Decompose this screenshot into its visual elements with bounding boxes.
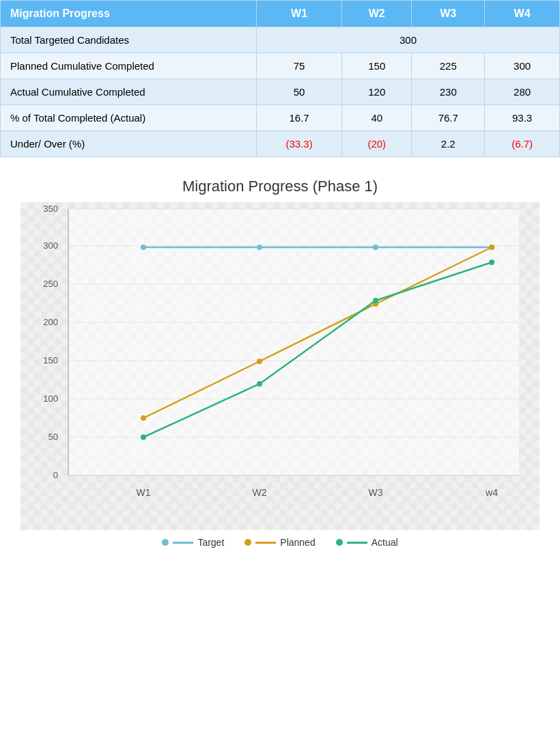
chart-title: Migration Progress (Phase 1) xyxy=(0,157,560,202)
legend-planned: Planned xyxy=(244,537,315,548)
table-row: Under/ Over (%)(33.3)(20)2.2(6.7) xyxy=(1,131,560,157)
svg-point-32 xyxy=(257,359,262,364)
col-header-w3: W3 xyxy=(412,1,485,27)
svg-point-34 xyxy=(489,245,494,250)
svg-text:150: 150 xyxy=(43,355,58,365)
svg-text:350: 350 xyxy=(43,204,58,214)
table-row: Planned Cumulative Completed75150225300 xyxy=(1,53,560,79)
chart-wrapper: Migration Progress (Phase 1) 0 50 10 xyxy=(0,157,560,575)
table-row: Actual Cumulative Completed50120230280 xyxy=(1,79,560,105)
legend-planned-line xyxy=(255,542,276,544)
legend-actual: Actual xyxy=(336,537,398,548)
row-cell: 75 xyxy=(257,53,342,79)
svg-text:W2: W2 xyxy=(253,487,267,498)
row-cell: (20) xyxy=(342,131,412,157)
svg-text:W3: W3 xyxy=(369,487,383,498)
row-cell: 40 xyxy=(342,105,412,131)
row-cell: 16.7 xyxy=(257,105,342,131)
svg-text:250: 250 xyxy=(43,279,58,289)
svg-text:300: 300 xyxy=(43,240,58,251)
svg-point-37 xyxy=(373,298,378,303)
legend-actual-label: Actual xyxy=(372,537,398,548)
col-header-w2: W2 xyxy=(342,1,412,27)
col-header-w4: W4 xyxy=(485,1,560,27)
table-row: Total Targeted Candidates300 xyxy=(1,27,560,53)
row-label: Planned Cumulative Completed xyxy=(1,53,257,79)
row-label: % of Total Completed (Actual) xyxy=(1,105,257,131)
svg-text:50: 50 xyxy=(48,432,58,442)
svg-text:W1: W1 xyxy=(137,487,151,498)
svg-text:200: 200 xyxy=(43,317,58,327)
row-label: Actual Cumulative Completed xyxy=(1,79,257,105)
svg-point-27 xyxy=(141,245,146,250)
legend-actual-line xyxy=(347,542,367,544)
legend-target-label: Target xyxy=(197,537,224,548)
col-header-w1: W1 xyxy=(257,1,342,27)
row-label: Total Targeted Candidates xyxy=(1,27,257,53)
row-cell: 50 xyxy=(257,79,342,105)
row-cell: 225 xyxy=(412,53,485,79)
row-cell: 93.3 xyxy=(485,105,560,131)
chart-svg: 0 50 100 150 200 250 300 350 W1 W2 W3 w4 xyxy=(20,202,540,530)
row-colspan-value: 300 xyxy=(257,27,560,53)
legend-actual-dot xyxy=(336,539,343,546)
svg-point-29 xyxy=(373,245,378,250)
row-cell: 150 xyxy=(342,53,412,79)
row-cell: 300 xyxy=(485,53,560,79)
row-cell: (33.3) xyxy=(257,131,342,157)
svg-point-35 xyxy=(141,434,146,440)
migration-table: Migration Progress W1 W2 W3 W4 Total Tar… xyxy=(0,0,560,157)
svg-text:100: 100 xyxy=(43,393,58,404)
row-label: Under/ Over (%) xyxy=(1,131,257,157)
legend-target-line xyxy=(173,542,193,544)
svg-point-28 xyxy=(257,245,262,250)
row-cell: 230 xyxy=(412,79,485,105)
legend-target: Target xyxy=(162,537,224,548)
row-cell: 280 xyxy=(485,79,560,105)
row-cell: 2.2 xyxy=(412,131,485,157)
svg-text:0: 0 xyxy=(53,470,58,480)
chart-legend: Target Planned Actual xyxy=(0,530,560,561)
row-cell: 120 xyxy=(342,79,412,105)
legend-planned-dot xyxy=(244,539,251,546)
row-cell: (6.7) xyxy=(485,131,560,157)
row-cell: 76.7 xyxy=(412,105,485,131)
svg-point-31 xyxy=(141,415,146,421)
table-row: % of Total Completed (Actual)16.74076.79… xyxy=(1,105,560,131)
legend-target-dot xyxy=(162,539,169,546)
svg-text:w4: w4 xyxy=(485,487,498,498)
svg-point-38 xyxy=(489,260,494,265)
legend-planned-label: Planned xyxy=(280,537,315,548)
svg-point-36 xyxy=(257,381,262,387)
col-header-title: Migration Progress xyxy=(1,1,257,27)
svg-rect-5 xyxy=(68,209,519,475)
